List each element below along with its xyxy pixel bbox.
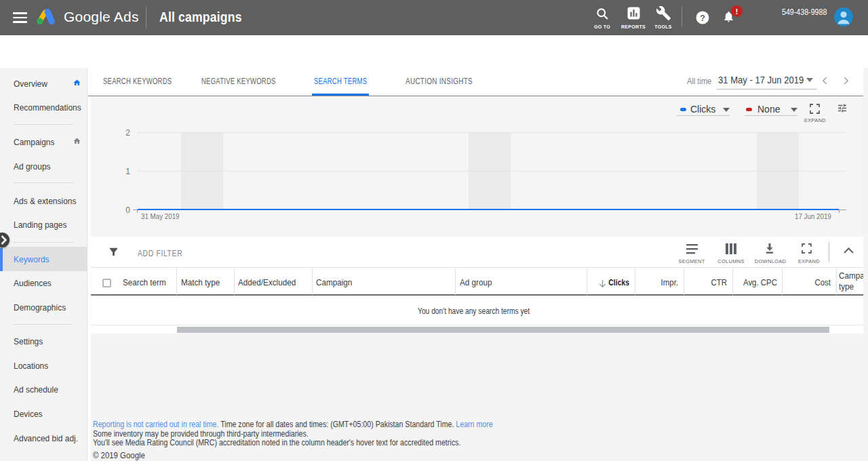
svg-text:?: ? <box>700 14 705 23</box>
svg-text:!: ! <box>736 7 738 16</box>
